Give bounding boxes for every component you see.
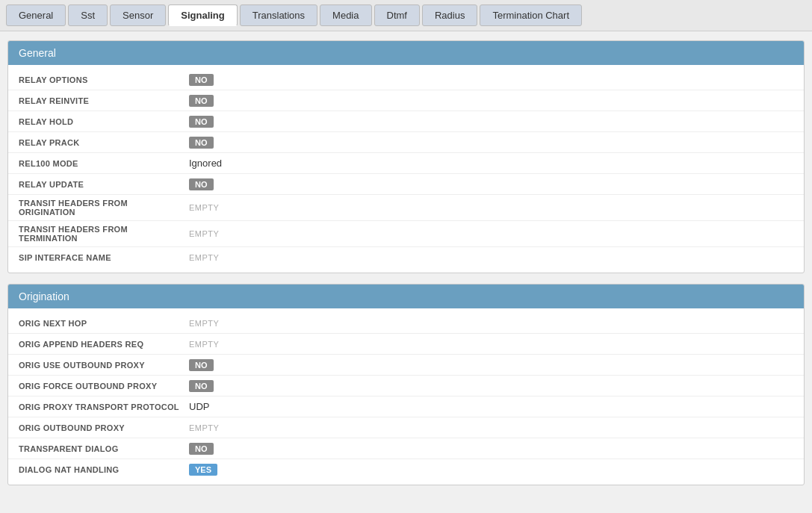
field-row: ORIG PROXY TRANSPORT PROTOCOLUDP <box>8 397 804 417</box>
badge-no: NO <box>189 95 214 107</box>
field-value: NO <box>189 116 214 128</box>
badge-no: NO <box>189 443 214 455</box>
field-row: ORIG APPEND HEADERS REQEMPTY <box>8 334 804 355</box>
field-row: ORIG FORCE OUTBOUND PROXYNO <box>8 376 804 397</box>
field-label: ORIG OUTBOUND PROXY <box>19 423 183 432</box>
field-row: REL100 MODEIgnored <box>8 153 804 174</box>
field-value: NO <box>189 95 214 107</box>
empty-value: EMPTY <box>189 423 219 432</box>
field-value: Ignored <box>189 158 222 169</box>
tab-dtmf[interactable]: Dtmf <box>374 4 420 26</box>
field-value: EMPTY <box>189 202 219 213</box>
field-row: RELAY PRACKNO <box>8 132 804 153</box>
field-row: ORIG OUTBOUND PROXYEMPTY <box>8 417 804 438</box>
field-value: UDP <box>189 401 209 412</box>
badge-no: NO <box>189 116 214 128</box>
field-label: ORIG APPEND HEADERS REQ <box>19 340 183 349</box>
field-value: NO <box>189 359 214 371</box>
field-row: RELAY UPDATENO <box>8 174 804 195</box>
field-value: YES <box>189 464 217 476</box>
field-label: REL100 MODE <box>19 159 183 168</box>
tab-radius[interactable]: Radius <box>422 4 477 26</box>
field-label: RELAY HOLD <box>19 117 183 126</box>
section-origination-header: Origination <box>8 285 804 308</box>
field-row: RELAY OPTIONSNO <box>8 69 804 90</box>
field-value: NO <box>189 178 214 190</box>
field-label: RELAY PRACK <box>19 138 183 147</box>
badge-no: NO <box>189 359 214 371</box>
field-label: ORIG PROXY TRANSPORT PROTOCOL <box>19 402 183 411</box>
field-label: ORIG NEXT HOP <box>19 319 183 328</box>
field-row: TRANSIT HEADERS FROM TERMINATIONEMPTY <box>8 221 804 247</box>
field-label: TRANSIT HEADERS FROM TERMINATION <box>19 225 183 243</box>
field-row: DIALOG NAT HANDLINGYES <box>8 459 804 480</box>
field-label: RELAY REINVITE <box>19 96 183 105</box>
section-origination-body: ORIG NEXT HOPEMPTYORIG APPEND HEADERS RE… <box>8 308 804 485</box>
tab-sst[interactable]: Sst <box>68 4 108 26</box>
field-row: ORIG USE OUTBOUND PROXYNO <box>8 355 804 376</box>
field-row: ORIG NEXT HOPEMPTY <box>8 313 804 334</box>
field-label: ORIG FORCE OUTBOUND PROXY <box>19 382 183 391</box>
field-value: NO <box>189 137 214 149</box>
tab-translations[interactable]: Translations <box>240 4 317 26</box>
field-value: EMPTY <box>189 423 219 433</box>
field-label: TRANSIT HEADERS FROM ORIGINATION <box>19 199 183 217</box>
field-value: EMPTY <box>189 318 219 329</box>
field-value: EMPTY <box>189 252 219 263</box>
field-label: RELAY OPTIONS <box>19 75 183 84</box>
field-value: EMPTY <box>189 228 219 239</box>
field-row: TRANSIT HEADERS FROM ORIGINATIONEMPTY <box>8 195 804 221</box>
text-value: UDP <box>189 401 209 412</box>
tab-general[interactable]: General <box>6 4 66 26</box>
field-value: NO <box>189 74 214 86</box>
badge-no: NO <box>189 74 214 86</box>
text-value: Ignored <box>189 158 222 169</box>
badge-no: NO <box>189 380 214 392</box>
field-value: EMPTY <box>189 339 219 349</box>
empty-value: EMPTY <box>189 203 219 212</box>
tab-bar: GeneralSstSensorSignalingTranslationsMed… <box>0 0 812 31</box>
field-row: TRANSPARENT DIALOGNO <box>8 438 804 459</box>
tab-signaling[interactable]: Signaling <box>168 4 238 26</box>
section-general: General RELAY OPTIONSNORELAY REINVITENOR… <box>7 40 805 273</box>
badge-no: NO <box>189 137 214 149</box>
field-value: NO <box>189 443 214 455</box>
field-row: RELAY HOLDNO <box>8 111 804 132</box>
main-content: General RELAY OPTIONSNORELAY REINVITENOR… <box>0 31 812 494</box>
field-label: DIALOG NAT HANDLING <box>19 465 183 474</box>
section-general-body: RELAY OPTIONSNORELAY REINVITENORELAY HOL… <box>8 65 804 273</box>
empty-value: EMPTY <box>189 319 219 328</box>
field-label: SIP INTERFACE NAME <box>19 253 183 262</box>
field-row: RELAY REINVITENO <box>8 90 804 111</box>
empty-value: EMPTY <box>189 253 219 262</box>
tab-sensor[interactable]: Sensor <box>110 4 166 26</box>
field-value: NO <box>189 380 214 392</box>
field-row: SIP INTERFACE NAMEEMPTY <box>8 247 804 268</box>
empty-value: EMPTY <box>189 340 219 349</box>
field-label: TRANSPARENT DIALOG <box>19 444 183 453</box>
tab-media[interactable]: Media <box>320 4 371 26</box>
section-origination: Origination ORIG NEXT HOPEMPTYORIG APPEN… <box>7 284 805 485</box>
tab-termination-chart[interactable]: Termination Chart <box>480 4 582 26</box>
badge-yes: YES <box>189 464 217 476</box>
field-label: RELAY UPDATE <box>19 180 183 189</box>
section-general-header: General <box>8 41 804 65</box>
empty-value: EMPTY <box>189 229 219 238</box>
field-label: ORIG USE OUTBOUND PROXY <box>19 361 183 370</box>
badge-no: NO <box>189 178 214 190</box>
